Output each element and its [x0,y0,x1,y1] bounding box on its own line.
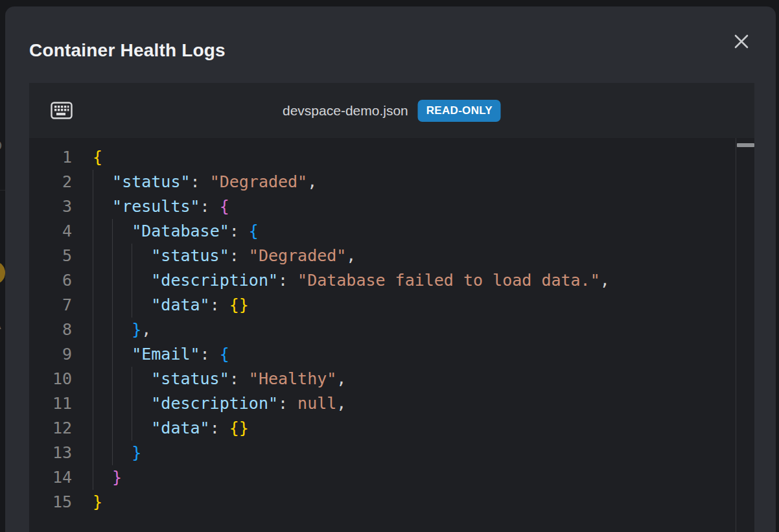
line-number: 7 [29,293,86,318]
code-line-text: "data": {} [86,293,249,318]
editor-header: devspace-demo.json READ-ONLY [29,83,754,138]
code-line-text: "description": null, [86,391,346,416]
code-line-text: "Email": { [86,342,229,367]
code-line: 7 "data": {} [29,293,754,318]
code-line-text: "status": "Degraded", [86,244,356,268]
line-number: 15 [29,490,86,515]
code-line: 5 "status": "Degraded", [29,244,754,268]
indent-guide [132,268,132,293]
indent-guide [112,219,113,244]
x-icon [732,32,751,51]
container-health-logs-dialog: Container Health Logs [5,6,776,532]
indent-guide [93,194,93,219]
code-line: 1{ [29,145,754,170]
indent-guide [132,293,132,318]
indent-guide [93,416,93,441]
code-line: 2 "status": "Degraded", [29,170,754,194]
line-number: 1 [29,145,86,170]
filename-label: devspace-demo.json [283,103,408,119]
line-number: 6 [29,268,86,293]
code-line: 10 "status": "Healthy", [29,367,754,391]
code-line-text: "data": {} [86,416,249,441]
indent-guide [112,268,113,293]
code-line-text: } [86,465,122,490]
code-line: 4 "Database": { [29,219,754,244]
code-line-text: "Database": { [86,219,259,244]
line-number: 5 [29,244,86,268]
code-line-text: } [86,490,102,515]
indent-guide [93,465,93,490]
close-button[interactable] [728,29,754,54]
indent-guide [93,318,93,342]
line-number: 2 [29,170,86,194]
indent-guide [93,367,93,391]
background-text-fragment: A [0,316,1,333]
code-line-text: "status": "Degraded", [86,170,317,194]
scrollbar-thumb[interactable] [737,143,754,147]
indent-guide [112,318,113,342]
indent-guide [112,367,113,391]
code-line-text: }, [86,318,151,342]
indent-guide [93,293,93,318]
background-text-fragment: O [0,137,2,154]
indent-guide [93,268,93,293]
code-editor-panel: devspace-demo.json READ-ONLY 1{2 "status… [29,83,754,532]
indent-guide [112,293,113,318]
line-number: 10 [29,367,86,391]
line-number: 14 [29,465,86,490]
indent-guide [93,170,93,194]
indent-guide [112,391,113,416]
code-line-text: { [86,145,102,170]
indent-guide [112,244,113,268]
indent-guide [93,244,93,268]
code-lines: 1{2 "status": "Degraded",3 "results": {4… [29,145,754,515]
code-line: 6 "description": "Database failed to loa… [29,268,754,293]
code-line-text: } [86,441,141,465]
editor-scrollbar[interactable] [736,138,754,532]
code-line-text: "results": { [86,194,229,219]
line-number: 11 [29,391,86,416]
code-line: 14 } [29,465,754,490]
indent-guide [93,441,93,465]
indent-guide [93,219,93,244]
code-line: 12 "data": {} [29,416,754,441]
indent-guide [93,391,93,416]
code-content[interactable]: 1{2 "status": "Degraded",3 "results": {4… [29,138,754,532]
code-line-text: "description": "Database failed to load … [86,268,610,293]
indent-guide [132,367,132,391]
line-number: 3 [29,194,86,219]
indent-guide [93,342,93,367]
indent-guide [112,416,113,441]
keyboard-icon[interactable] [51,102,73,119]
line-number: 12 [29,416,86,441]
read-only-badge: READ-ONLY [418,100,501,122]
line-number: 4 [29,219,86,244]
background-avatar [0,262,5,284]
indent-guide [132,391,132,416]
indent-guide [112,441,113,465]
line-number: 9 [29,342,86,367]
indent-guide [132,416,132,441]
code-line: 13 } [29,441,754,465]
dialog-title: Container Health Logs [29,40,226,61]
indent-guide [112,342,113,367]
code-line-text: "status": "Healthy", [86,367,346,391]
line-number: 13 [29,441,86,465]
indent-guide [132,244,132,268]
code-line: 3 "results": { [29,194,754,219]
code-line: 9 "Email": { [29,342,754,367]
code-line: 11 "description": null, [29,391,754,416]
code-line: 15} [29,490,754,515]
line-number: 8 [29,318,86,342]
code-line: 8 }, [29,318,754,342]
